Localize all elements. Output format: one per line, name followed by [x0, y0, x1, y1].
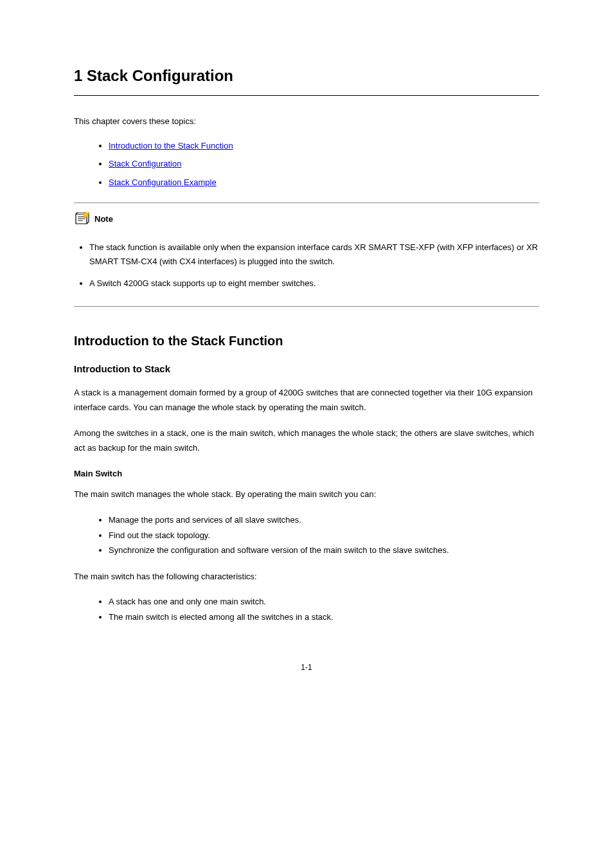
- list-item: The main switch is elected among all the…: [109, 611, 539, 624]
- paragraph: A stack is a management domain formed by…: [74, 386, 539, 415]
- note-label: Note: [94, 213, 113, 226]
- horizontal-rule: [74, 95, 539, 96]
- paragraph: Among the switches in a stack, one is th…: [74, 426, 539, 456]
- list-item: Find out the stack topology.: [109, 529, 539, 542]
- note-box: Note The stack function is available onl…: [74, 203, 539, 307]
- note-header: Note: [74, 212, 539, 226]
- subsection-heading-intro-stack: Introduction to Stack: [74, 362, 539, 377]
- chapter-title: 1 Stack Configuration: [74, 64, 539, 87]
- toc-link-example[interactable]: Stack Configuration Example: [109, 177, 217, 187]
- list-item: Synchronize the configuration and softwa…: [109, 544, 539, 557]
- paragraph: The main switch manages the whole stack.…: [74, 487, 539, 502]
- list-item: Manage the ports and services of all sla…: [109, 514, 539, 527]
- note-icon: [74, 212, 91, 226]
- bullet-list: A stack has one and only one main switch…: [74, 595, 539, 623]
- list-item: A stack has one and only one main switch…: [109, 595, 539, 608]
- intro-text: This chapter covers these topics:: [74, 115, 539, 128]
- bullet-list: Manage the ports and services of all sla…: [74, 514, 539, 557]
- note-list: The stack function is available only whe…: [74, 240, 539, 291]
- paragraph: The main switch has the following charac…: [74, 570, 539, 584]
- note-item: A Switch 4200G stack supports up to eigh…: [89, 276, 539, 291]
- page-number: 1-1: [74, 662, 539, 673]
- toc-link-list: Introduction to the Stack Function Stack…: [74, 140, 539, 189]
- subsection-heading-main-switch: Main Switch: [74, 467, 539, 480]
- note-item: The stack function is available only whe…: [89, 240, 539, 269]
- toc-link-config[interactable]: Stack Configuration: [109, 159, 181, 168]
- toc-link-intro[interactable]: Introduction to the Stack Function: [109, 141, 233, 150]
- section-heading-intro: Introduction to the Stack Function: [74, 331, 539, 350]
